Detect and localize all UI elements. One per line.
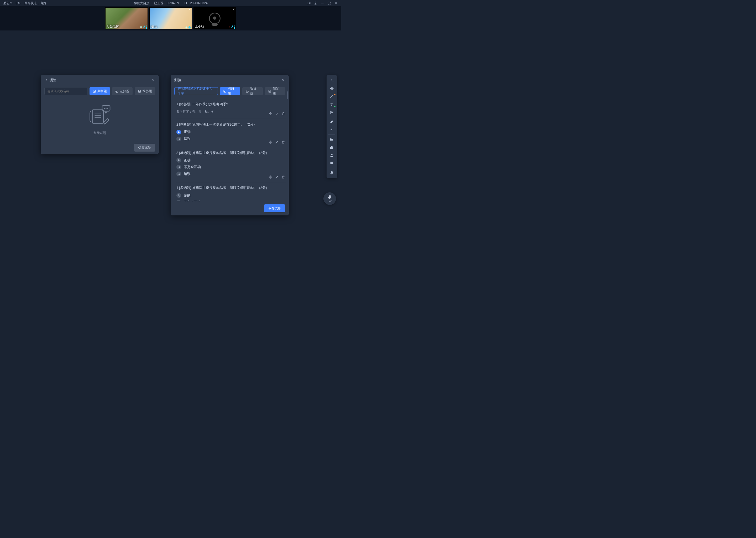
svg-rect-10 bbox=[93, 90, 96, 92]
user-tool[interactable] bbox=[327, 151, 337, 159]
video-tile-icons: ⊘ bbox=[228, 25, 235, 28]
tab-choice[interactable]: 选择题 bbox=[112, 87, 132, 95]
svg-point-21 bbox=[106, 108, 107, 109]
delete-icon[interactable] bbox=[281, 175, 285, 179]
video-strip: 叮当老师 ◉ ✕ Nina ◉ ✕ 王小明 ⊘ bbox=[0, 6, 341, 30]
svg-rect-15 bbox=[92, 110, 104, 124]
tab-short[interactable]: 简答题 bbox=[135, 87, 155, 95]
video-tile-icons: ◉ bbox=[140, 25, 147, 28]
remove-participant-icon[interactable]: ✕ bbox=[233, 8, 235, 11]
quiz-panel-editor: 测验 产品说试卷名称最多十六个字 判断题 选择题 简答题 1 [简答题] 一年四… bbox=[170, 75, 289, 215]
packet-loss: 丢包率：0% bbox=[3, 1, 20, 6]
remove-participant-icon[interactable]: ✕ bbox=[188, 8, 191, 11]
svg-rect-0 bbox=[307, 2, 309, 4]
settings-icon[interactable] bbox=[313, 1, 318, 5]
empty-text: 暂无试题 bbox=[93, 131, 106, 135]
tab-choice[interactable]: 选择题 bbox=[242, 87, 262, 95]
option-row[interactable]: B不完全正确 bbox=[176, 200, 285, 201]
minimize-icon[interactable] bbox=[320, 1, 324, 5]
quiz-panel-empty: 测验 判断题 选择题 简答题 暂无试题 保存试卷 bbox=[41, 75, 159, 154]
option-badge: C bbox=[176, 172, 181, 176]
svg-point-32 bbox=[331, 129, 332, 130]
edit-icon[interactable] bbox=[275, 140, 279, 144]
class-id: ID：2020070324 bbox=[184, 1, 208, 6]
close-icon[interactable] bbox=[152, 78, 155, 82]
bell-tool[interactable] bbox=[327, 169, 337, 177]
quiz-name-input[interactable] bbox=[44, 87, 87, 95]
move-icon[interactable] bbox=[269, 112, 272, 116]
delete-icon[interactable] bbox=[281, 112, 285, 116]
scissors-tool[interactable] bbox=[327, 108, 337, 116]
tab-judge[interactable]: 判断题 bbox=[220, 87, 240, 95]
move-tool[interactable] bbox=[327, 84, 337, 92]
text-tool[interactable] bbox=[327, 100, 337, 108]
option-badge: A bbox=[176, 130, 181, 134]
move-icon[interactable] bbox=[269, 140, 272, 144]
option-text: 不完全正确 bbox=[184, 200, 201, 201]
camera-muted-icon[interactable]: ⊘ bbox=[228, 26, 230, 28]
volume-bars bbox=[234, 25, 235, 28]
dimmer-tool[interactable] bbox=[327, 126, 337, 134]
tab-judge[interactable]: 判断题 bbox=[89, 87, 110, 95]
mic-icon[interactable] bbox=[188, 26, 191, 28]
save-quiz-button[interactable]: 保存试卷 bbox=[264, 204, 285, 212]
pen-tool[interactable] bbox=[327, 92, 337, 100]
question-item: 4 [多选题] 施华洛世奇是反华品牌，所以梁鼎琪反华。（2分）A是的B不完全正确… bbox=[176, 182, 286, 201]
mic-icon[interactable] bbox=[143, 25, 145, 28]
eraser-tool[interactable] bbox=[327, 118, 337, 126]
video-tile-student[interactable]: ✕ 王小明 ⊘ bbox=[193, 7, 236, 29]
empty-illustration bbox=[88, 105, 112, 127]
option-text: 错误 bbox=[184, 136, 191, 141]
participant-name: 叮当老师 bbox=[107, 24, 119, 28]
tab-short[interactable]: 简答题 bbox=[265, 87, 285, 95]
camera-icon[interactable]: ◉ bbox=[140, 26, 142, 28]
svg-point-26 bbox=[246, 90, 249, 92]
close-icon[interactable] bbox=[281, 78, 285, 82]
video-tile-teacher[interactable]: 叮当老师 ◉ bbox=[105, 7, 148, 29]
svg-rect-25 bbox=[224, 90, 226, 92]
empty-state: 暂无试题 bbox=[41, 97, 159, 140]
option-row[interactable]: A是的 bbox=[176, 193, 285, 198]
option-row[interactable]: C错误 bbox=[176, 172, 285, 176]
move-icon[interactable] bbox=[269, 175, 272, 179]
edit-icon[interactable] bbox=[275, 175, 279, 179]
fullscreen-icon[interactable] bbox=[327, 1, 331, 5]
svg-point-35 bbox=[331, 163, 331, 163]
video-tile-student[interactable]: ✕ Nina ◉ bbox=[149, 7, 192, 29]
edit-icon[interactable] bbox=[275, 112, 279, 116]
mic-icon[interactable] bbox=[231, 25, 234, 28]
class-duration: 已上课：02:34:09 bbox=[154, 1, 179, 6]
option-row[interactable]: B错误 bbox=[176, 136, 285, 141]
option-badge: B bbox=[176, 136, 181, 141]
option-row[interactable]: B不完全正确 bbox=[176, 165, 285, 169]
option-badge: B bbox=[176, 200, 181, 201]
close-icon[interactable] bbox=[334, 1, 338, 5]
folder-tool[interactable] bbox=[327, 135, 337, 143]
topbar-left: 丢包率：0% 网络状态：良好 bbox=[3, 1, 46, 6]
option-badge: A bbox=[176, 193, 181, 198]
cursor-tool[interactable] bbox=[327, 77, 337, 84]
svg-point-37 bbox=[332, 163, 332, 163]
option-text: 不完全正确 bbox=[184, 165, 201, 169]
raise-hand-button[interactable]: 0/2 bbox=[323, 192, 336, 205]
option-badge: A bbox=[176, 158, 181, 163]
option-text: 是的 bbox=[184, 193, 191, 198]
camera-icon[interactable]: ◉ bbox=[185, 26, 188, 28]
video-tile-icons: ◉ bbox=[185, 26, 191, 28]
back-icon[interactable] bbox=[44, 78, 48, 82]
chat-tool[interactable] bbox=[327, 159, 337, 167]
right-toolbar bbox=[327, 75, 337, 178]
camera-toggle-icon[interactable] bbox=[307, 1, 311, 5]
toolbox-tool[interactable] bbox=[327, 143, 337, 151]
participant-name: 王小明 bbox=[195, 24, 204, 28]
delete-icon[interactable] bbox=[281, 140, 285, 144]
save-quiz-button[interactable]: 保存试卷 bbox=[134, 144, 155, 152]
panel-title: 测验 bbox=[174, 78, 181, 82]
svg-point-11 bbox=[116, 90, 118, 92]
option-row[interactable]: A正确 bbox=[176, 158, 285, 163]
raise-hand-count: 0/2 bbox=[328, 200, 332, 202]
option-badge: B bbox=[176, 165, 181, 169]
option-row[interactable]: A正确 bbox=[176, 130, 285, 134]
camera-off-icon bbox=[209, 13, 220, 24]
quiz-name-input[interactable]: 产品说试卷名称最多十六个字 bbox=[174, 87, 218, 95]
